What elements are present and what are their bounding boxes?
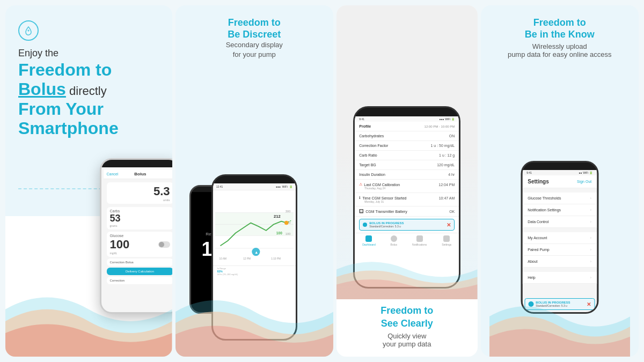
pump-data-list: Profile 12:00 PM - 10:00 PM Carbohydrate… [355,122,459,217]
svg-point-11 [284,221,289,225]
freedom-discreet-title: Freedom to Be Discreet [184,17,325,40]
settings-pump-row[interactable]: Paired Pump › [522,244,597,256]
svg-text:100: 100 [286,232,290,235]
smartphone-text: Smartphone [18,119,159,138]
wave-decoration [5,262,172,357]
from-your-text: From Your [18,99,159,119]
settings-about-row[interactable]: About › [522,256,597,268]
chevron-icon-3: › [590,219,592,224]
phone-section-3: 9:41 ●●●WiFi🔋 Profile 12:00 PM - 10:00 P… [336,5,478,299]
close-bolus-button[interactable]: ✕ [447,222,451,228]
see-clearly-subtitle: Quickly view your pump data [345,332,469,348]
svg-text:10 AM: 10 AM [219,257,226,260]
chevron-icon: › [590,196,592,201]
cgm-graph-svg: 300 200 100 212 100 [215,193,294,263]
chevron-icon-2: › [590,208,592,212]
panel-discreet: Freedom to Be Discreet Secondary display… [175,5,334,357]
profile-label: Profile [359,124,371,128]
carbs-unit: grams [110,224,121,227]
svg-text:300: 300 [286,210,290,213]
glucose-unit: mg/dL [110,252,130,255]
svg-text:▲: ▲ [254,250,259,255]
directly-text: directly [66,84,107,98]
freedom-know-title: Freedom to Be in the Know [489,17,631,40]
wave-4 [489,276,631,357]
panel-4-header: Freedom to Be in the Know Wirelessly upl… [489,17,631,58]
settings-glucose-row[interactable]: Glucose Thresholds › [522,193,597,204]
app-container: Enjoy the Freedom to Bolus directly From… [5,5,639,357]
see-clearly-text-section: Freedom to See Clearly Quickly view your… [336,299,478,357]
drop-icon [18,20,39,41]
settings-data-row[interactable]: Data Control › [522,216,597,228]
freedom-to-text: Freedom to [18,61,159,79]
chevron-icon-6: › [590,259,592,264]
glucose-label: Glucose [110,234,130,238]
freedom-see-title: Freedom to See Clearly [345,305,469,330]
insulin-duration-row: Insulin Duration 4 hr [355,170,459,180]
bolus-unit: units [110,198,170,202]
bolus-text: Bolus [18,79,66,99]
svg-text:212: 212 [274,214,281,219]
wave-3 [336,239,478,300]
phone-area-4: 9:41 ●●WiFi🔋 Settings Sign Out Glucose T… [489,64,631,357]
sign-out-button[interactable]: Sign Out [577,180,591,183]
discreet-subtitle: Secondary display for your pump [184,40,325,60]
svg-text:12 PM: 12 PM [243,257,251,260]
wave-2 [175,267,334,357]
panel-know: Freedom to Be in the Know Wirelessly upl… [481,5,639,357]
svg-text:1:10 PM: 1:10 PM [271,257,281,260]
cancel-label: Cancel [107,172,119,176]
settings-notification-row[interactable]: Notification Settings › [522,204,597,216]
profile-value: 12:00 PM - 10:00 PM [425,125,455,128]
svg-text:100: 100 [276,231,282,235]
panel-bolus: Enjoy the Freedom to Bolus directly From… [5,5,172,357]
sensor-started-row: ℹ Time CGM Sensor Started 10:47 AM Monda… [355,193,459,206]
carb-ratio-row: Carb Ratio 1 u : 12 g [355,151,459,160]
know-subtitle: Wirelessly upload pump data for easy onl… [489,42,631,58]
transmitter-battery-row: 🔲 CGM Transmitter Battery OK [355,206,459,217]
panel-see-clearly: 9:41 ●●●WiFi🔋 Profile 12:00 PM - 10:00 P… [336,5,478,357]
enjoy-text: Enjoy the [18,47,159,60]
carbs-value: 53 [110,213,121,224]
correction-factor-row: Correction Factor 1 u : 50 mg/dL [355,141,459,151]
glucose-value: 100 [110,238,130,251]
profile-row: Profile 12:00 PM - 10:00 PM [355,122,459,131]
chevron-icon-5: › [590,247,592,252]
chevron-icon-4: › [590,235,592,240]
target-bg-row: Target BG 120 mg/dL [355,160,459,170]
carbs-label: Carbs [110,209,121,213]
settings-account-row[interactable]: My Account › [522,232,597,244]
bolus-value: 5.3 [153,184,170,198]
panel-2-header: Freedom to Be Discreet Secondary display… [184,17,325,60]
bolus-title-label: Bolus [134,172,146,176]
cgm-calibration-row: ⚠ Last CGM Calibration 12:04 PM Thursday… [355,180,459,193]
carbs-row: Carbohydrates ON [355,131,459,141]
bolus-progress-banner-3: BOLUS IN PROGRESS Standard/Correction: 5… [359,219,455,231]
settings-header: Settings Sign Out [522,175,597,188]
